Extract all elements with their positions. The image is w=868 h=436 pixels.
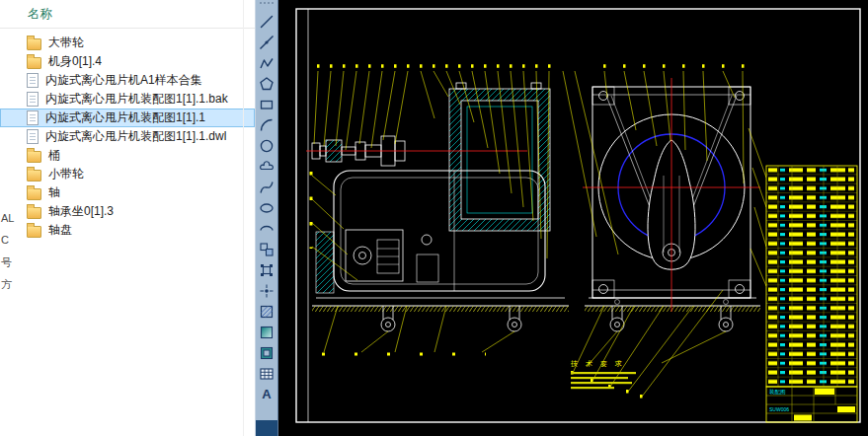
- hatch-icon[interactable]: [256, 301, 277, 322]
- file-name: 内旋式离心甩片机装配图1[1].1: [45, 109, 205, 126]
- folder-icon: [27, 38, 41, 50]
- file-name: 内旋式离心甩片机A1样本合集: [45, 72, 202, 89]
- title-block-label: 装配图: [769, 389, 786, 396]
- gradient-icon[interactable]: [256, 322, 277, 342]
- folder-icon: [27, 57, 41, 69]
- table-icon[interactable]: [256, 363, 277, 384]
- folder-icon: [27, 226, 41, 238]
- file-row[interactable]: 内旋式离心甩片机装配图1[1].1.dwl: [0, 127, 255, 146]
- notes-title: 技 术 要 求: [570, 360, 625, 368]
- file-row[interactable]: 轴: [0, 183, 255, 202]
- file-row[interactable]: 内旋式离心甩片机装配图1[1].1.bak: [0, 90, 255, 109]
- file-icon: [27, 110, 39, 125]
- folder-icon: [27, 170, 41, 182]
- file-row[interactable]: 大带轮: [0, 34, 255, 52]
- line-tool-icon[interactable]: [256, 11, 277, 32]
- revision-cloud-icon[interactable]: [256, 156, 277, 177]
- title-block-code: SUW006: [769, 406, 789, 412]
- polygon-icon[interactable]: [256, 73, 277, 94]
- insert-block-icon[interactable]: [256, 239, 277, 259]
- file-name: 内旋式离心甩片机装配图1[1].1.bak: [45, 91, 228, 108]
- front-view: [583, 78, 760, 331]
- file-name: 轴承坐0[1].3: [48, 203, 114, 220]
- app-window: 名称 大带轮 机身0[1].4 内旋式离心甩片机A1样本合集 内旋式离心甩片机装…: [0, 0, 868, 436]
- file-icon: [27, 129, 39, 144]
- cad-drawing: 技 术 要 求: [278, 0, 868, 436]
- file-icon: [27, 92, 39, 107]
- clipped-text-fragment: 号: [1, 255, 12, 270]
- draw-toolbar: A: [255, 0, 278, 436]
- file-name: 大带轮: [48, 35, 84, 51]
- file-row[interactable]: 内旋式离心甩片机A1样本合集: [0, 71, 255, 90]
- folder-icon: [27, 207, 41, 219]
- spline-icon[interactable]: [256, 177, 277, 197]
- folder-icon: [27, 151, 41, 163]
- toolbar-grip[interactable]: [260, 2, 274, 8]
- bom-table: [766, 166, 857, 387]
- file-row[interactable]: 轴盘: [0, 221, 255, 240]
- column-header-name[interactable]: 名称: [0, 0, 255, 29]
- circle-icon[interactable]: [256, 135, 277, 156]
- file-name: 内旋式离心甩片机装配图1[1].1.dwl: [45, 128, 226, 145]
- arc-icon[interactable]: [256, 114, 277, 135]
- ellipse-arc-icon[interactable]: [256, 218, 277, 239]
- file-row[interactable]: 桶: [0, 146, 255, 165]
- column-separator: [243, 0, 244, 436]
- file-name: 桶: [48, 147, 60, 164]
- cad-canvas[interactable]: 技 术 要 求: [278, 0, 868, 436]
- notes: 技 术 要 求: [570, 360, 636, 389]
- multiline-text-icon[interactable]: A: [256, 384, 277, 404]
- file-row-selected[interactable]: 内旋式离心甩片机装配图1[1].1: [0, 109, 255, 127]
- side-view: [306, 83, 569, 331]
- toolbar-bottom-strip: [256, 420, 277, 436]
- file-row[interactable]: 轴承坐0[1].3: [0, 202, 255, 221]
- clipped-text-fragment: C: [1, 234, 9, 246]
- rectangle-icon[interactable]: [256, 94, 277, 114]
- polyline-icon[interactable]: [256, 52, 277, 73]
- clipped-text-fragment: AL: [1, 212, 14, 224]
- title-block: 装配图 SUW006: [766, 387, 857, 422]
- folder-icon: [27, 188, 41, 200]
- construction-line-icon[interactable]: [256, 32, 277, 52]
- file-icon: [27, 73, 39, 88]
- file-name: 机身0[1].4: [48, 53, 102, 70]
- file-list: 大带轮 机身0[1].4 内旋式离心甩片机A1样本合集 内旋式离心甩片机装配图1…: [0, 29, 255, 240]
- file-name: 轴: [48, 184, 60, 201]
- file-explorer-panel: 名称 大带轮 机身0[1].4 内旋式离心甩片机A1样本合集 内旋式离心甩片机装…: [0, 0, 255, 436]
- region-icon[interactable]: [256, 342, 277, 363]
- column-header-label: 名称: [28, 7, 52, 21]
- ellipse-icon[interactable]: [256, 197, 277, 218]
- file-name: 轴盘: [48, 222, 72, 239]
- file-row[interactable]: 小带轮: [0, 165, 255, 183]
- file-row[interactable]: 机身0[1].4: [0, 52, 255, 71]
- point-style-icon[interactable]: [256, 280, 277, 301]
- make-block-icon[interactable]: [256, 259, 277, 280]
- file-name: 小带轮: [48, 166, 84, 182]
- clipped-text-fragment: 方: [1, 277, 12, 292]
